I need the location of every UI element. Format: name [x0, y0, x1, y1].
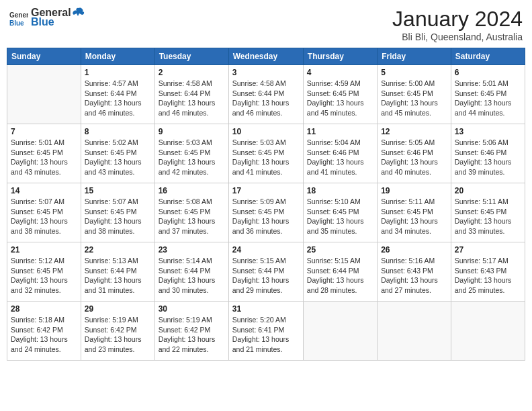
day-info: Sunrise: 5:07 AM Sunset: 6:45 PM Dayligh…: [85, 197, 151, 236]
day-info: Sunrise: 5:10 AM Sunset: 6:45 PM Dayligh…: [307, 197, 373, 236]
day-info: Sunrise: 5:09 AM Sunset: 6:45 PM Dayligh…: [232, 197, 300, 236]
day-number: 9: [159, 127, 225, 136]
day-info: Sunrise: 5:02 AM Sunset: 6:45 PM Dayligh…: [85, 138, 151, 177]
day-number: 27: [455, 245, 521, 255]
day-info: Sunrise: 5:08 AM Sunset: 6:45 PM Dayligh…: [159, 197, 225, 236]
calendar-cell: 28Sunrise: 5:18 AM Sunset: 6:42 PM Dayli…: [7, 302, 81, 361]
calendar-cell: 8Sunrise: 5:02 AM Sunset: 6:45 PM Daylig…: [81, 124, 154, 183]
day-info: Sunrise: 5:01 AM Sunset: 6:45 PM Dayligh…: [455, 79, 521, 118]
title-block: January 2024 Bli Bli, Queensland, Austra…: [392, 7, 523, 42]
calendar-cell: [378, 302, 451, 361]
calendar-cell: 26Sunrise: 5:16 AM Sunset: 6:43 PM Dayli…: [378, 242, 451, 302]
calendar-week-row: 1Sunrise: 4:57 AM Sunset: 6:44 PM Daylig…: [7, 65, 525, 124]
weekday-header-thursday: Thursday: [303, 48, 377, 65]
calendar-cell: 30Sunrise: 5:19 AM Sunset: 6:42 PM Dayli…: [154, 302, 228, 361]
day-number: 1: [85, 68, 151, 77]
svg-text:Blue: Blue: [9, 19, 24, 27]
calendar-table: SundayMondayTuesdayWednesdayThursdayFrid…: [7, 48, 525, 361]
calendar-cell: 24Sunrise: 5:15 AM Sunset: 6:44 PM Dayli…: [228, 242, 303, 302]
weekday-header-saturday: Saturday: [451, 48, 525, 65]
calendar-cell: 19Sunrise: 5:11 AM Sunset: 6:45 PM Dayli…: [378, 183, 451, 242]
calendar-cell: 18Sunrise: 5:10 AM Sunset: 6:45 PM Dayli…: [303, 183, 377, 242]
calendar-week-row: 7Sunrise: 5:01 AM Sunset: 6:45 PM Daylig…: [7, 124, 525, 183]
weekday-header-wednesday: Wednesday: [228, 48, 303, 65]
day-info: Sunrise: 4:59 AM Sunset: 6:45 PM Dayligh…: [307, 79, 373, 118]
day-info: Sunrise: 5:03 AM Sunset: 6:45 PM Dayligh…: [159, 138, 225, 177]
calendar-cell: 21Sunrise: 5:12 AM Sunset: 6:45 PM Dayli…: [7, 242, 81, 302]
day-number: 6: [455, 68, 521, 77]
calendar-cell: 31Sunrise: 5:20 AM Sunset: 6:41 PM Dayli…: [228, 302, 303, 361]
calendar-cell: [303, 302, 377, 361]
day-info: Sunrise: 4:58 AM Sunset: 6:44 PM Dayligh…: [159, 79, 225, 118]
calendar-cell: 15Sunrise: 5:07 AM Sunset: 6:45 PM Dayli…: [81, 183, 154, 242]
day-number: 26: [381, 245, 447, 255]
day-info: Sunrise: 5:19 AM Sunset: 6:42 PM Dayligh…: [159, 315, 225, 355]
weekday-header-row: SundayMondayTuesdayWednesdayThursdayFrid…: [7, 48, 525, 65]
calendar-cell: 16Sunrise: 5:08 AM Sunset: 6:45 PM Dayli…: [154, 183, 228, 242]
calendar-cell: 23Sunrise: 5:14 AM Sunset: 6:44 PM Dayli…: [154, 242, 228, 302]
day-info: Sunrise: 4:58 AM Sunset: 6:44 PM Dayligh…: [232, 79, 300, 118]
day-info: Sunrise: 5:04 AM Sunset: 6:46 PM Dayligh…: [307, 138, 373, 177]
svg-text:General: General: [9, 11, 28, 19]
day-number: 2: [159, 68, 225, 77]
day-number: 18: [307, 186, 373, 195]
weekday-header-tuesday: Tuesday: [154, 48, 228, 65]
day-info: Sunrise: 5:17 AM Sunset: 6:43 PM Dayligh…: [455, 256, 521, 295]
day-info: Sunrise: 5:01 AM Sunset: 6:45 PM Dayligh…: [11, 138, 77, 177]
day-number: 17: [232, 186, 300, 195]
day-number: 23: [159, 245, 225, 255]
day-number: 4: [307, 68, 373, 77]
day-number: 12: [381, 127, 447, 136]
day-info: Sunrise: 5:11 AM Sunset: 6:45 PM Dayligh…: [381, 197, 447, 236]
day-info: Sunrise: 5:16 AM Sunset: 6:43 PM Dayligh…: [381, 256, 447, 295]
logo-bird-icon: [73, 7, 85, 19]
calendar-cell: 13Sunrise: 5:06 AM Sunset: 6:46 PM Dayli…: [451, 124, 525, 183]
day-info: Sunrise: 5:18 AM Sunset: 6:42 PM Dayligh…: [11, 315, 77, 355]
calendar-cell: 20Sunrise: 5:11 AM Sunset: 6:45 PM Dayli…: [451, 183, 525, 242]
day-number: 21: [11, 245, 77, 255]
day-number: 28: [11, 304, 77, 314]
day-info: Sunrise: 5:13 AM Sunset: 6:44 PM Dayligh…: [85, 256, 151, 295]
day-number: 5: [381, 68, 447, 77]
day-number: 31: [232, 304, 300, 314]
calendar-cell: 29Sunrise: 5:19 AM Sunset: 6:42 PM Dayli…: [81, 302, 154, 361]
calendar-cell: 1Sunrise: 4:57 AM Sunset: 6:44 PM Daylig…: [81, 65, 154, 124]
calendar-cell: 6Sunrise: 5:01 AM Sunset: 6:45 PM Daylig…: [451, 65, 525, 124]
day-info: Sunrise: 4:57 AM Sunset: 6:44 PM Dayligh…: [85, 79, 151, 118]
day-number: 15: [85, 186, 151, 195]
calendar-week-row: 14Sunrise: 5:07 AM Sunset: 6:45 PM Dayli…: [7, 183, 525, 242]
day-info: Sunrise: 5:20 AM Sunset: 6:41 PM Dayligh…: [232, 315, 300, 355]
day-number: 3: [232, 68, 300, 77]
calendar-cell: 9Sunrise: 5:03 AM Sunset: 6:45 PM Daylig…: [154, 124, 228, 183]
calendar-cell: [7, 65, 81, 124]
day-info: Sunrise: 5:07 AM Sunset: 6:45 PM Dayligh…: [11, 197, 77, 236]
calendar-cell: 2Sunrise: 4:58 AM Sunset: 6:44 PM Daylig…: [154, 65, 228, 124]
day-number: 24: [232, 245, 300, 255]
month-year-title: January 2024: [392, 7, 523, 32]
day-info: Sunrise: 5:15 AM Sunset: 6:44 PM Dayligh…: [307, 256, 373, 295]
weekday-header-monday: Monday: [81, 48, 154, 65]
day-number: 29: [85, 304, 151, 314]
day-number: 14: [11, 186, 77, 195]
day-info: Sunrise: 5:00 AM Sunset: 6:45 PM Dayligh…: [381, 79, 447, 118]
day-number: 16: [159, 186, 225, 195]
day-number: 22: [85, 245, 151, 255]
calendar-cell: 3Sunrise: 4:58 AM Sunset: 6:44 PM Daylig…: [228, 65, 303, 124]
weekday-header-friday: Friday: [378, 48, 451, 65]
calendar-week-row: 21Sunrise: 5:12 AM Sunset: 6:45 PM Dayli…: [7, 242, 525, 302]
day-info: Sunrise: 5:05 AM Sunset: 6:46 PM Dayligh…: [381, 138, 447, 177]
day-number: 8: [85, 127, 151, 136]
calendar-cell: [451, 302, 525, 361]
calendar-cell: 17Sunrise: 5:09 AM Sunset: 6:45 PM Dayli…: [228, 183, 303, 242]
logo: General Blue General Blue: [9, 7, 85, 28]
location-subtitle: Bli Bli, Queensland, Australia: [392, 32, 523, 42]
calendar-cell: 7Sunrise: 5:01 AM Sunset: 6:45 PM Daylig…: [7, 124, 81, 183]
day-number: 25: [307, 245, 373, 255]
day-number: 30: [159, 304, 225, 314]
calendar-cell: 25Sunrise: 5:15 AM Sunset: 6:44 PM Dayli…: [303, 242, 377, 302]
day-number: 13: [455, 127, 521, 136]
day-number: 11: [307, 127, 373, 136]
calendar-week-row: 28Sunrise: 5:18 AM Sunset: 6:42 PM Dayli…: [7, 302, 525, 361]
day-info: Sunrise: 5:15 AM Sunset: 6:44 PM Dayligh…: [232, 256, 300, 295]
calendar-cell: 12Sunrise: 5:05 AM Sunset: 6:46 PM Dayli…: [378, 124, 451, 183]
